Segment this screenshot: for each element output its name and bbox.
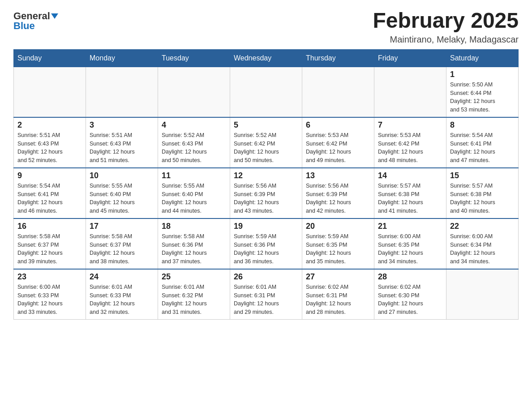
table-row: 24Sunrise: 6:01 AMSunset: 6:33 PMDayligh… — [86, 269, 158, 320]
day-info: Sunrise: 5:58 AMSunset: 6:36 PMDaylight:… — [162, 232, 226, 266]
day-number: 3 — [90, 120, 154, 130]
day-info: Sunrise: 5:54 AMSunset: 6:41 PMDaylight:… — [17, 182, 82, 215]
table-row: 22Sunrise: 6:00 AMSunset: 6:34 PMDayligh… — [446, 218, 519, 269]
logo-general: General — [13, 11, 50, 21]
day-info: Sunrise: 5:59 AMSunset: 6:36 PMDaylight:… — [234, 232, 298, 266]
day-number: 22 — [450, 222, 515, 231]
title-section: February 2025 Maintirano, Melaky, Madaga… — [373, 9, 519, 45]
day-info: Sunrise: 5:57 AMSunset: 6:38 PMDaylight:… — [378, 182, 442, 215]
day-number: 19 — [234, 222, 298, 231]
day-number: 12 — [234, 171, 298, 180]
day-number: 17 — [90, 222, 154, 231]
day-info: Sunrise: 5:58 AMSunset: 6:37 PMDaylight:… — [17, 232, 82, 266]
table-row: 2Sunrise: 5:51 AMSunset: 6:43 PMDaylight… — [14, 117, 86, 168]
day-info: Sunrise: 5:53 AMSunset: 6:42 PMDaylight:… — [378, 131, 442, 165]
table-row — [302, 67, 374, 117]
day-info: Sunrise: 5:57 AMSunset: 6:38 PMDaylight:… — [450, 182, 515, 215]
table-row: 18Sunrise: 5:58 AMSunset: 6:36 PMDayligh… — [158, 218, 230, 269]
day-number: 6 — [306, 120, 370, 130]
table-row: 3Sunrise: 5:51 AMSunset: 6:43 PMDaylight… — [86, 117, 158, 168]
table-row: 15Sunrise: 5:57 AMSunset: 6:38 PMDayligh… — [446, 168, 519, 218]
table-row: 16Sunrise: 5:58 AMSunset: 6:37 PMDayligh… — [14, 218, 86, 269]
header-monday: Monday — [86, 49, 158, 67]
day-number: 20 — [306, 222, 370, 231]
day-info: Sunrise: 6:02 AMSunset: 6:30 PMDaylight:… — [378, 283, 442, 317]
day-number: 11 — [162, 171, 226, 180]
table-row — [86, 67, 158, 117]
table-row: 10Sunrise: 5:55 AMSunset: 6:40 PMDayligh… — [86, 168, 158, 218]
table-row: 6Sunrise: 5:53 AMSunset: 6:42 PMDaylight… — [302, 117, 374, 168]
table-row — [446, 269, 519, 320]
table-row: 4Sunrise: 5:52 AMSunset: 6:43 PMDaylight… — [158, 117, 230, 168]
table-row: 14Sunrise: 5:57 AMSunset: 6:38 PMDayligh… — [374, 168, 446, 218]
day-info: Sunrise: 5:51 AMSunset: 6:43 PMDaylight:… — [90, 131, 154, 165]
day-info: Sunrise: 5:54 AMSunset: 6:41 PMDaylight:… — [450, 131, 515, 165]
logo-blue: Blue — [13, 21, 35, 31]
day-number: 18 — [162, 222, 226, 231]
day-number: 25 — [162, 272, 226, 282]
day-number: 7 — [378, 120, 442, 130]
day-number: 14 — [378, 171, 442, 180]
table-row: 28Sunrise: 6:02 AMSunset: 6:30 PMDayligh… — [374, 269, 446, 320]
table-row: 25Sunrise: 6:01 AMSunset: 6:32 PMDayligh… — [158, 269, 230, 320]
header-wednesday: Wednesday — [230, 49, 302, 67]
calendar-week-row: 1Sunrise: 5:50 AMSunset: 6:44 PMDaylight… — [14, 67, 519, 117]
table-row: 23Sunrise: 6:00 AMSunset: 6:33 PMDayligh… — [14, 269, 86, 320]
calendar-week-row: 9Sunrise: 5:54 AMSunset: 6:41 PMDaylight… — [14, 168, 519, 218]
day-number: 10 — [90, 171, 154, 180]
table-row: 17Sunrise: 5:58 AMSunset: 6:37 PMDayligh… — [86, 218, 158, 269]
calendar-header-row: Sunday Monday Tuesday Wednesday Thursday… — [14, 49, 519, 67]
table-row — [230, 67, 302, 117]
day-number: 24 — [90, 272, 154, 282]
header-thursday: Thursday — [302, 49, 374, 67]
day-number: 28 — [378, 272, 442, 282]
day-info: Sunrise: 5:53 AMSunset: 6:42 PMDaylight:… — [306, 131, 370, 165]
day-info: Sunrise: 5:52 AMSunset: 6:43 PMDaylight:… — [162, 131, 226, 165]
table-row — [158, 67, 230, 117]
day-number: 26 — [234, 272, 298, 282]
table-row: 21Sunrise: 6:00 AMSunset: 6:35 PMDayligh… — [374, 218, 446, 269]
calendar-table: Sunday Monday Tuesday Wednesday Thursday… — [13, 49, 519, 320]
day-number: 27 — [306, 272, 370, 282]
table-row: 7Sunrise: 5:53 AMSunset: 6:42 PMDaylight… — [374, 117, 446, 168]
month-title: February 2025 — [373, 9, 519, 33]
table-row: 11Sunrise: 5:55 AMSunset: 6:40 PMDayligh… — [158, 168, 230, 218]
table-row: 9Sunrise: 5:54 AMSunset: 6:41 PMDaylight… — [14, 168, 86, 218]
day-number: 4 — [162, 120, 226, 130]
day-info: Sunrise: 5:56 AMSunset: 6:39 PMDaylight:… — [234, 182, 298, 215]
day-info: Sunrise: 5:55 AMSunset: 6:40 PMDaylight:… — [90, 182, 154, 215]
day-info: Sunrise: 5:50 AMSunset: 6:44 PMDaylight:… — [450, 81, 515, 114]
table-row: 19Sunrise: 5:59 AMSunset: 6:36 PMDayligh… — [230, 218, 302, 269]
day-number: 9 — [17, 171, 82, 180]
day-number: 5 — [234, 120, 298, 130]
table-row: 26Sunrise: 6:01 AMSunset: 6:31 PMDayligh… — [230, 269, 302, 320]
day-number: 16 — [17, 222, 82, 231]
day-info: Sunrise: 5:52 AMSunset: 6:42 PMDaylight:… — [234, 131, 298, 165]
table-row — [374, 67, 446, 117]
location: Maintirano, Melaky, Madagascar — [373, 34, 519, 45]
day-info: Sunrise: 5:55 AMSunset: 6:40 PMDaylight:… — [162, 182, 226, 215]
day-info: Sunrise: 5:59 AMSunset: 6:35 PMDaylight:… — [306, 232, 370, 266]
day-info: Sunrise: 5:56 AMSunset: 6:39 PMDaylight:… — [306, 182, 370, 215]
table-row: 12Sunrise: 5:56 AMSunset: 6:39 PMDayligh… — [230, 168, 302, 218]
day-number: 8 — [450, 120, 515, 130]
header-friday: Friday — [374, 49, 446, 67]
day-info: Sunrise: 6:00 AMSunset: 6:33 PMDaylight:… — [17, 283, 82, 317]
page-header: General Blue February 2025 Maintirano, M… — [13, 9, 519, 45]
table-row — [14, 67, 86, 117]
day-number: 23 — [17, 272, 82, 282]
day-number: 1 — [450, 70, 515, 79]
header-sunday: Sunday — [14, 49, 86, 67]
table-row: 8Sunrise: 5:54 AMSunset: 6:41 PMDaylight… — [446, 117, 519, 168]
calendar-week-row: 23Sunrise: 6:00 AMSunset: 6:33 PMDayligh… — [14, 269, 519, 320]
day-info: Sunrise: 6:02 AMSunset: 6:31 PMDaylight:… — [306, 283, 370, 317]
day-number: 2 — [17, 120, 82, 130]
day-number: 21 — [378, 222, 442, 231]
table-row: 5Sunrise: 5:52 AMSunset: 6:42 PMDaylight… — [230, 117, 302, 168]
table-row: 13Sunrise: 5:56 AMSunset: 6:39 PMDayligh… — [302, 168, 374, 218]
header-saturday: Saturday — [446, 49, 519, 67]
day-info: Sunrise: 6:01 AMSunset: 6:31 PMDaylight:… — [234, 283, 298, 317]
calendar-week-row: 16Sunrise: 5:58 AMSunset: 6:37 PMDayligh… — [14, 218, 519, 269]
table-row: 1Sunrise: 5:50 AMSunset: 6:44 PMDaylight… — [446, 67, 519, 117]
table-row: 20Sunrise: 5:59 AMSunset: 6:35 PMDayligh… — [302, 218, 374, 269]
